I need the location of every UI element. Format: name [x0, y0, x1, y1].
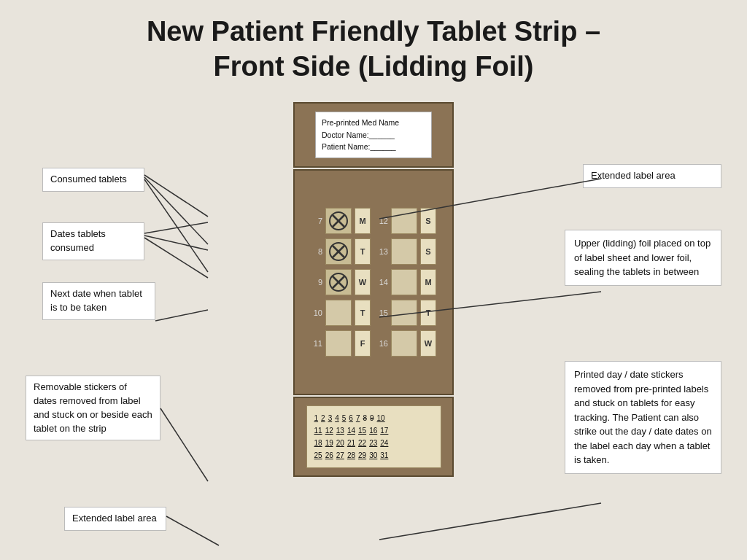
svg-line-15	[155, 310, 208, 321]
annotation-extended-label-top: Extended label area	[583, 164, 721, 188]
annotation-next-date: Next date when tablet is to be taken	[42, 282, 155, 320]
tablet-cell-16	[391, 330, 417, 357]
annotation-consumed-tablets: Consumed tablets	[42, 168, 144, 192]
tablet-cell-15	[391, 300, 417, 326]
svg-line-10	[144, 177, 208, 244]
date-row-4: 25 26 27 28 29 30 31	[314, 449, 433, 462]
strip-bottom-section: 1 2 3 4 5 6 7 8 9 10 11 12 13 14 15	[293, 397, 454, 477]
svg-line-17	[166, 516, 219, 545]
tablet-day-11: F	[355, 330, 371, 357]
svg-line-14	[144, 238, 208, 278]
tablet-row-11: 11 F	[311, 330, 371, 357]
tablet-row-8: 8 T	[311, 238, 371, 265]
svg-line-16	[160, 408, 208, 481]
tablet-day-7: M	[355, 208, 371, 234]
tablet-row-9: 9 W	[311, 269, 371, 295]
date-box: 1 2 3 4 5 6 7 8 9 10 11 12 13 14 15	[306, 405, 441, 468]
svg-line-9	[144, 175, 208, 217]
svg-line-13	[144, 236, 208, 250]
tablet-cell-12	[391, 208, 417, 234]
svg-line-12	[144, 222, 208, 233]
strip-middle-section: 7 M 8	[293, 169, 454, 395]
tablet-day-14: M	[420, 269, 436, 295]
tablet-day-9: W	[355, 269, 371, 295]
tablet-cell-13	[391, 238, 417, 265]
annotation-removable-stickers: Removable stickers of dates removed from…	[26, 376, 160, 440]
strip-top-section: Pre-printed Med Name Doctor Name:______ …	[293, 102, 454, 168]
tablet-strip: Pre-printed Med Name Doctor Name:______ …	[293, 102, 454, 477]
tablet-cell-7	[325, 208, 352, 234]
date-row-3: 18 19 20 21 22 23 24	[314, 437, 433, 449]
tablet-row-10: 10 T	[311, 300, 371, 326]
tablet-row-14: 14 M	[376, 269, 436, 295]
annotation-dates-consumed: Dates tablets consumed	[42, 222, 144, 260]
date-row-2: 11 12 13 14 15 16 17	[314, 424, 433, 437]
tablets-left-col: 7 M 8	[311, 208, 371, 357]
tablet-row-7: 7 M	[311, 208, 371, 234]
tablet-day-15: T	[420, 300, 436, 326]
tablet-cell-11	[325, 330, 352, 357]
tablet-day-16: W	[420, 330, 436, 357]
tablet-day-8: T	[355, 238, 371, 265]
tablet-day-13: S	[420, 238, 436, 265]
annotation-extended-label-bottom: Extended label area	[64, 507, 166, 531]
tablet-row-16: 16 W	[376, 330, 436, 357]
page-title: New Patient Friendly Tablet Strip – Fron…	[0, 0, 747, 91]
date-row-1: 1 2 3 4 5 6 7 8 9 10	[314, 412, 433, 424]
label-box: Pre-printed Med Name Doctor Name:______ …	[315, 112, 432, 158]
tablet-cell-14	[391, 269, 417, 295]
annotation-printed-day: Printed day / date stickers removed from…	[565, 361, 721, 474]
tablet-day-10: T	[355, 300, 371, 326]
tablet-cell-8	[325, 238, 352, 265]
annotation-upper-foil: Upper (lidding) foil placed on top of la…	[565, 230, 721, 286]
tablet-cell-9	[325, 269, 352, 295]
tablets-right-col: 12 S 13 S 14 M 15	[376, 208, 436, 357]
tablet-row-12: 12 S	[376, 208, 436, 234]
tablet-row-15: 15 T	[376, 300, 436, 326]
tablet-row-13: 13 S	[376, 238, 436, 265]
tablet-cell-10	[325, 300, 352, 326]
tablet-day-12: S	[420, 208, 436, 234]
svg-line-11	[144, 179, 208, 272]
svg-line-20	[379, 503, 601, 540]
